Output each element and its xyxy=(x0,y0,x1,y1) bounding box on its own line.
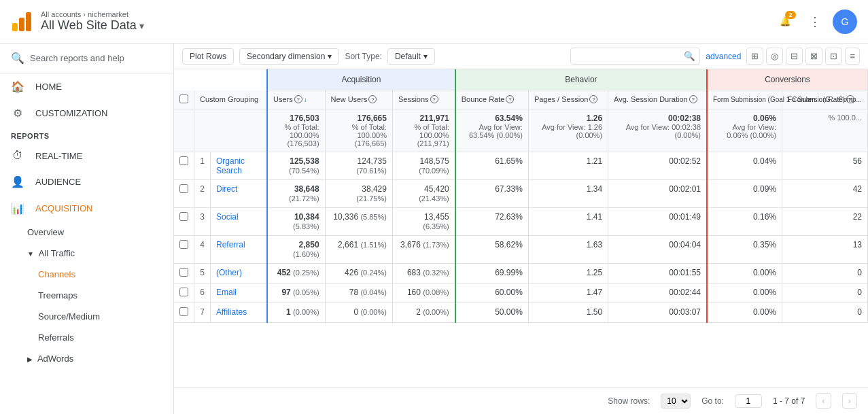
custom-view-button[interactable]: ⊡ xyxy=(825,48,842,65)
table-search-box: 🔍 xyxy=(570,48,700,65)
more-options-button[interactable]: ⋮ xyxy=(803,10,827,34)
search-icon: 🔍 xyxy=(11,52,24,65)
prev-page-button[interactable]: ‹ xyxy=(816,393,831,409)
sidebar-item-all-traffic[interactable]: ▼ All Traffic xyxy=(0,243,173,264)
row-checkbox-5[interactable] xyxy=(179,268,188,277)
channels-table: Acquisition Behavior Conversions Custom … xyxy=(174,69,868,323)
table-row: 6 Email 97 (0.05%) 78 (0.04%) 160 (0.08%… xyxy=(174,283,868,303)
row-checkbox-3[interactable] xyxy=(179,212,188,221)
new-users-info-icon[interactable]: ? xyxy=(368,95,377,103)
email-link[interactable]: Email xyxy=(216,288,237,297)
new-users-header[interactable]: New Users ? xyxy=(325,90,392,109)
google-analytics-logo xyxy=(11,11,33,33)
top-header: All accounts › nichemarket All Web Site … xyxy=(0,0,868,44)
sidebar-item-home[interactable]: 🏠 HOME xyxy=(0,73,173,100)
pages-session-header[interactable]: Pages / Session ? xyxy=(528,90,608,109)
rows-per-page-select[interactable]: 10 xyxy=(661,394,691,409)
form-submission-header[interactable]: Form Submission (Goal 1 Conversion Rate)… xyxy=(707,90,782,109)
source-medium-label: Source/Medium xyxy=(38,311,100,322)
grid-view-button[interactable]: ⊞ xyxy=(746,48,763,65)
table-row: 3 Social 10,384 (5.83%) 10,336 (5.85%) 1… xyxy=(174,207,868,235)
audience-label: AUDIENCE xyxy=(35,177,81,187)
notification-badge: 2 xyxy=(785,11,796,19)
secondary-dimension-button[interactable]: Secondary dimension ▾ xyxy=(239,48,339,65)
row-checkbox-6[interactable] xyxy=(179,288,188,296)
all-traffic-label: All Traffic xyxy=(39,248,75,258)
sidebar-home-label: HOME xyxy=(35,82,62,92)
direct-link[interactable]: Direct xyxy=(216,184,237,194)
users-header[interactable]: Users ? ↓ xyxy=(267,90,325,109)
row-checkbox-2[interactable] xyxy=(179,184,188,193)
home-icon: 🏠 xyxy=(11,80,24,93)
table-search-input[interactable] xyxy=(571,49,680,64)
custom-grouping-header: Custom Grouping xyxy=(194,90,268,109)
table-search-button[interactable]: 🔍 xyxy=(680,48,699,64)
row-checkbox-4[interactable] xyxy=(179,240,188,249)
goto-page-input[interactable] xyxy=(735,394,762,408)
row-checkbox-1[interactable] xyxy=(179,156,188,165)
sidebar-item-source-medium[interactable]: Source/Medium xyxy=(0,306,173,327)
sidebar-item-adwords[interactable]: ▶ AdWords xyxy=(0,348,173,369)
notification-button[interactable]: 🔔 2 xyxy=(773,10,797,34)
total-bounce-cell: 63.54% Avg for View: 63.54% (0.00%) xyxy=(455,109,529,152)
organic-search-link[interactable]: Organic Search xyxy=(216,156,245,175)
overview-label: Overview xyxy=(27,227,64,237)
pages-info-icon[interactable]: ? xyxy=(589,95,597,103)
svg-rect-0 xyxy=(12,23,18,31)
bounce-rate-header[interactable]: Bounce Rate ? xyxy=(455,90,529,109)
advanced-link[interactable]: advanced xyxy=(706,52,741,61)
referral-link[interactable]: Referral xyxy=(216,240,245,249)
total-sessions-cell: 211,971 % of Total: 100.00% (211,971) xyxy=(392,109,455,152)
sidebar-item-treemaps[interactable]: Treemaps xyxy=(0,285,173,306)
mcf-button[interactable]: ≡ xyxy=(845,48,860,65)
treemaps-label: Treemaps xyxy=(38,290,77,300)
table-toolbar: Plot Rows Secondary dimension ▾ Sort Typ… xyxy=(174,44,868,69)
total-pages-cell: 1.26 Avg for View: 1.26 (0.00%) xyxy=(528,109,608,152)
sidebar: 🔍 Search reports and help 🏠 HOME ⚙ CUSTO… xyxy=(0,44,174,414)
row-checkbox-7[interactable] xyxy=(179,307,188,316)
total-new-users-cell: 176,665 % of Total: 100.00% (176,665) xyxy=(325,109,392,152)
show-rows-label: Show rows: xyxy=(608,396,650,406)
sidebar-item-audience[interactable]: 👤 AUDIENCE xyxy=(0,169,173,195)
account-title[interactable]: All Web Site Data ▾ xyxy=(41,18,144,33)
compare-view-button[interactable]: ⊟ xyxy=(786,48,803,65)
reports-section-label: Reports xyxy=(0,126,173,143)
acquisition-label: ACQUISITION xyxy=(35,203,93,213)
avg-session-info-icon[interactable]: ? xyxy=(689,95,697,103)
property-dropdown-arrow[interactable]: ▾ xyxy=(139,20,144,31)
acquisition-section-header: Acquisition xyxy=(267,69,455,90)
pivot-button[interactable]: ⊠ xyxy=(805,48,822,65)
sort-type-button[interactable]: Default ▾ xyxy=(387,48,435,65)
audience-icon: 👤 xyxy=(11,175,24,188)
users-sort-icon[interactable]: ↓ xyxy=(304,96,307,103)
chart-view-button[interactable]: ◎ xyxy=(766,48,783,65)
social-link[interactable]: Social xyxy=(216,212,239,222)
other-link[interactable]: (Other) xyxy=(216,268,242,277)
sidebar-item-overview[interactable]: Overview xyxy=(0,222,173,243)
sidebar-item-acquisition[interactable]: 📊 ACQUISITION xyxy=(0,195,173,222)
sessions-info-icon[interactable]: ? xyxy=(430,95,438,103)
goto-label: Go to: xyxy=(701,396,724,406)
secondary-dim-arrow: ▾ xyxy=(328,52,332,61)
behavior-section-header: Behavior xyxy=(455,69,707,90)
pagination-range: 1 - 7 of 7 xyxy=(773,396,805,406)
users-info-icon[interactable]: ? xyxy=(294,95,302,103)
user-avatar[interactable]: G xyxy=(833,10,857,34)
avg-session-header[interactable]: Avg. Session Duration ? xyxy=(608,90,707,109)
total-avg-session-cell: 00:02:38 Avg for View: 00:02:38 (0.00%) xyxy=(608,109,707,152)
plot-rows-button[interactable]: Plot Rows xyxy=(182,48,234,65)
select-all-checkbox[interactable] xyxy=(179,94,188,103)
sidebar-item-customization[interactable]: ⚙ CUSTOMIZATION xyxy=(0,100,173,126)
next-page-button[interactable]: › xyxy=(842,393,857,409)
sidebar-item-channels[interactable]: Channels xyxy=(0,264,173,285)
adwords-expand-icon: ▶ xyxy=(27,356,33,363)
totals-row: 176,503 % of Total: 100.00% (176,503) 17… xyxy=(174,109,868,152)
sidebar-item-realtime[interactable]: ⏱ REAL-TIME xyxy=(0,143,173,169)
affiliates-link[interactable]: Affiliates xyxy=(216,307,247,317)
bounce-rate-info-icon[interactable]: ? xyxy=(506,95,514,103)
sidebar-search[interactable]: 🔍 Search reports and help xyxy=(0,44,173,73)
sessions-header[interactable]: Sessions ? xyxy=(392,90,455,109)
main-layout: 🔍 Search reports and help 🏠 HOME ⚙ CUSTO… xyxy=(0,44,868,414)
sidebar-item-referrals[interactable]: Referrals xyxy=(0,327,173,348)
expand-arrow-icon: ▼ xyxy=(27,250,34,258)
